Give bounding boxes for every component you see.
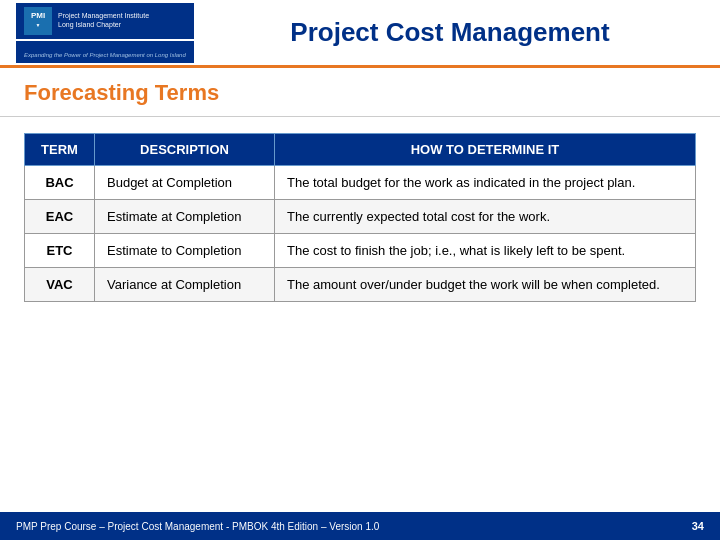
table-row: ETCEstimate to CompletionThe cost to fin… [25,234,696,268]
cell-term: EAC [25,200,95,234]
cell-description: Estimate to Completion [95,234,275,268]
page-subtitle: Forecasting Terms [0,68,720,117]
footer-page: 34 [692,520,704,532]
cell-how: The total budget for the work as indicat… [275,166,696,200]
logo-tagline-text: Expanding the Power of Project Managemen… [24,52,186,58]
col-header-how: HOW TO DETERMINE IT [275,134,696,166]
logo-subtitle: Project Management Institute Long Island… [58,12,149,29]
cell-how: The currently expected total cost for th… [275,200,696,234]
table-row: BACBudget at CompletionThe total budget … [25,166,696,200]
logo-area: PMI▼ Project Management Institute Long I… [16,3,216,63]
cell-description: Estimate at Completion [95,200,275,234]
logo-tagline: Expanding the Power of Project Managemen… [16,41,194,63]
page-footer: PMP Prep Course – Project Cost Managemen… [0,512,720,540]
cell-term: BAC [25,166,95,200]
table-row: EACEstimate at CompletionThe currently e… [25,200,696,234]
cell-term: ETC [25,234,95,268]
cell-how: The cost to finish the job; i.e., what i… [275,234,696,268]
logo-box: PMI▼ Project Management Institute Long I… [16,3,194,39]
page-header: PMI▼ Project Management Institute Long I… [0,0,720,68]
logo-line1: Project Management Institute [58,12,149,20]
main-content: TERM DESCRIPTION HOW TO DETERMINE IT BAC… [0,117,720,318]
cell-term: VAC [25,268,95,302]
logo-line2: Long Island Chapter [58,21,149,29]
cell-description: Budget at Completion [95,166,275,200]
table-row: VACVariance at CompletionThe amount over… [25,268,696,302]
header-title: Project Cost Management [216,17,704,48]
col-header-term: TERM [25,134,95,166]
cell-how: The amount over/under budget the work wi… [275,268,696,302]
forecasting-table: TERM DESCRIPTION HOW TO DETERMINE IT BAC… [24,133,696,302]
cell-description: Variance at Completion [95,268,275,302]
footer-text: PMP Prep Course – Project Cost Managemen… [16,521,379,532]
col-header-description: DESCRIPTION [95,134,275,166]
logo-wrapper: PMI▼ Project Management Institute Long I… [16,3,194,63]
table-header-row: TERM DESCRIPTION HOW TO DETERMINE IT [25,134,696,166]
